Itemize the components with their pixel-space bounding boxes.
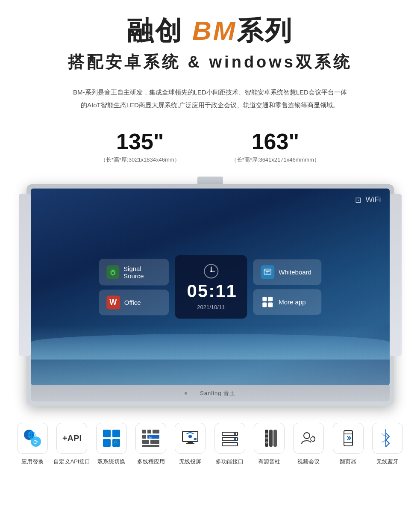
svg-point-42	[304, 433, 310, 439]
svg-point-34	[234, 438, 236, 440]
feature-icon-browser	[333, 423, 364, 454]
screen-status-icons: ⊡ WiFi	[355, 195, 381, 205]
signal-source-label: Signal Source	[123, 265, 161, 279]
svg-point-5	[210, 271, 212, 272]
specs-section: 135" （长*高*厚:3021x1834x46mm） 163" （长*高*厚:…	[0, 116, 420, 168]
feature-icon-speaker	[254, 423, 285, 454]
office-label: Office	[124, 299, 141, 306]
more-app-label: More app	[279, 298, 305, 306]
svg-rect-13	[112, 430, 120, 437]
whiteboard-label: Whiteboard	[279, 268, 311, 276]
page-subtitle: 搭配安卓系统 & windows双系统	[9, 51, 411, 73]
svg-rect-37	[269, 430, 273, 447]
svg-rect-24	[142, 445, 159, 447]
feature-custom-api: +API 自定义API接口	[52, 423, 91, 466]
feature-label-multi-port: 多功能接口	[216, 458, 244, 466]
svg-rect-16	[142, 430, 146, 433]
signal-source-btn[interactable]: Signal Source	[99, 259, 169, 285]
office-btn[interactable]: W Office	[99, 289, 169, 315]
clock-widget: 05:11 2021/10/11	[175, 255, 247, 319]
feature-dual-system: A 双系统切换	[92, 423, 131, 466]
svg-point-40	[265, 437, 268, 439]
feature-label-browser: 翻页器	[340, 458, 356, 466]
feature-label-speaker: 有源音柱	[258, 458, 280, 466]
signal-source-icon	[106, 265, 119, 279]
svg-point-39	[265, 433, 268, 435]
monitor-bottom-bar: Sanling 音王	[31, 385, 390, 401]
clock-face-icon	[203, 264, 219, 279]
spec-item-163: 163" （长*高*厚:3641x2171x46mmmm）	[231, 129, 320, 164]
monitor-side-right	[390, 194, 402, 356]
svg-point-28	[188, 435, 192, 438]
spec-item-135: 135" （长*高*厚:3021x1834x46mm）	[100, 129, 180, 164]
feature-multi-app: M 多线程应用	[131, 423, 170, 466]
api-text: +API	[62, 433, 82, 443]
svg-rect-33	[222, 442, 238, 446]
svg-rect-18	[153, 430, 159, 433]
whiteboard-btn[interactable]: Whiteboard	[253, 259, 321, 285]
svg-point-41	[265, 441, 268, 444]
more-app-icon	[261, 295, 274, 309]
more-app-btn[interactable]: More app	[253, 289, 321, 315]
feature-label-wireless-screen: 无线投屏	[179, 458, 201, 466]
svg-text:⟳: ⟳	[33, 439, 38, 445]
header-section: 融创 BM系列 搭配安卓系统 & windows双系统	[0, 0, 420, 77]
screen-horizon	[31, 334, 390, 360]
feature-video-conf: 视频会议	[289, 423, 328, 466]
feature-icon-multi-app: M	[135, 423, 166, 454]
feature-label-bluetooth: 无线蓝牙	[376, 458, 399, 466]
feature-label-custom-api: 自定义API接口	[53, 458, 90, 466]
screen-landscape-bg	[31, 325, 390, 385]
feature-icon-app-switch: 🌐 ⟳	[17, 423, 48, 454]
feature-label-app-switch: 应用替换	[21, 458, 44, 466]
feature-label-multi-app: 多线程应用	[137, 458, 165, 466]
monitor-screen: ⊡ WiFi	[31, 189, 390, 385]
description-line2: 的AIoT智能生态LED商显大屏系统,广泛应用于政企会议、轨道交通和零售连锁等商…	[34, 99, 386, 112]
monitor-brand-label: Sanling 音王	[200, 389, 235, 397]
wifi-icon: WiFi	[366, 195, 381, 205]
monitor-side-left	[19, 194, 31, 356]
svg-rect-22	[142, 440, 149, 444]
feature-icon-dual-system: A	[96, 423, 127, 454]
monitor-frame: ⊡ WiFi	[26, 184, 394, 406]
feature-wireless-screen: 无线投屏	[170, 423, 210, 466]
feature-icon-wireless-screen	[175, 423, 206, 454]
features-section: 🌐 ⟳ 应用替换 +API 自定义API接口 A 双系统切换	[0, 406, 420, 478]
app-col-right: Whiteboard More app	[253, 259, 321, 315]
feature-bluetooth: 无线蓝牙	[368, 423, 407, 466]
spec-dim-135: （长*高*厚:3021x1834x46mm）	[100, 156, 180, 164]
spec-size-163: 163"	[231, 129, 320, 154]
svg-rect-26	[188, 442, 193, 443]
feature-icon-bluetooth	[372, 423, 403, 454]
screen-cast-icon: ⊡	[355, 195, 361, 205]
feature-label-dual-system: 双系统切换	[97, 458, 125, 466]
svg-rect-38	[273, 430, 277, 447]
description-section: BM-系列是音王自主研发，集成全球领先的LED小间距技术、智能安卓系统智慧LED…	[0, 77, 420, 116]
clock-time: 05:11	[187, 281, 235, 301]
svg-rect-17	[147, 430, 151, 433]
svg-rect-23	[150, 440, 159, 444]
whiteboard-icon	[261, 265, 274, 279]
feature-speaker: 有源音柱	[250, 423, 289, 466]
monitor-wrapper: ⊡ WiFi	[26, 177, 394, 406]
svg-rect-19	[142, 435, 146, 439]
feature-label-video-conf: 视频会议	[297, 458, 320, 466]
office-icon: W	[106, 295, 120, 309]
feature-icon-custom-api: +API	[56, 423, 87, 454]
svg-rect-27	[186, 443, 194, 444]
monitor-stand	[197, 177, 223, 184]
svg-text:M: M	[149, 436, 152, 439]
monitor-indicator-dot	[185, 392, 187, 395]
svg-rect-12	[103, 439, 111, 447]
svg-point-1	[112, 271, 114, 274]
feature-browser: 翻页器	[328, 423, 367, 466]
svg-rect-11	[103, 430, 111, 437]
svg-point-35	[234, 433, 236, 435]
feature-app-switch: 🌐 ⟳ 应用替换	[13, 423, 52, 466]
page-title: 融创 BM系列	[9, 13, 411, 49]
title-bm: BM	[192, 16, 237, 45]
spec-dim-163: （长*高*厚:3641x2171x46mmmm）	[231, 156, 320, 164]
feature-icon-video-conf	[293, 423, 324, 454]
app-col-left: Signal Source W Office	[99, 259, 169, 315]
monitor-section: ⊡ WiFi	[0, 168, 420, 406]
